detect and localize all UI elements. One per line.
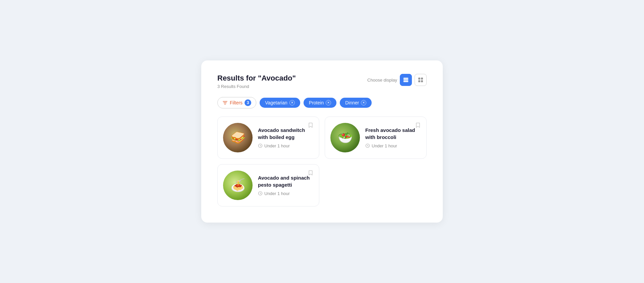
- tag-vegetarian[interactable]: Vagetarian ✕: [260, 98, 300, 108]
- filters-row: Filters 3 Vagetarian ✕ Protein ✕ Dinner …: [217, 97, 427, 108]
- filter-icon: [222, 100, 228, 105]
- card-content-pasta: Avocado and spinach pesto spagetti Under…: [258, 175, 314, 196]
- bookmark-icon-salad: [415, 122, 421, 128]
- svg-rect-1: [404, 80, 408, 81]
- bookmark-button-pasta[interactable]: [307, 169, 314, 178]
- recipe-image-pasta: [223, 171, 253, 200]
- recipe-image-sandwich: [223, 123, 253, 152]
- results-count: 3 Results Found: [217, 84, 296, 89]
- tag-protein-close[interactable]: ✕: [326, 100, 331, 105]
- recipe-card-sandwich[interactable]: Avocado sandwitch with boiled egg Under …: [217, 116, 319, 159]
- filters-label: Filters: [230, 100, 243, 105]
- tag-dinner[interactable]: Dinner ✕: [340, 98, 372, 108]
- choose-display-label: Choose display: [367, 78, 397, 83]
- card-time-pasta: Under 1 hour: [258, 191, 314, 196]
- header-row: Results for "Avocado" 3 Results Found Ch…: [217, 74, 427, 89]
- svg-rect-5: [418, 80, 420, 82]
- tag-dinner-close[interactable]: ✕: [361, 100, 366, 105]
- recipe-image-salad: [330, 123, 360, 152]
- card-time-salad: Under 1 hour: [365, 143, 421, 148]
- svg-rect-0: [404, 78, 408, 79]
- card-content-salad: Fresh avocado salad with broccoli Under …: [365, 127, 421, 148]
- filters-button[interactable]: Filters 3: [217, 97, 256, 108]
- filters-badge: 3: [245, 99, 251, 106]
- tag-dinner-label: Dinner: [345, 100, 359, 105]
- card-title-salad: Fresh avocado salad with broccoli: [365, 127, 421, 141]
- svg-rect-3: [418, 78, 420, 80]
- recipe-card-pasta[interactable]: Avocado and spinach pesto spagetti Under…: [217, 164, 319, 206]
- tag-vegetarian-label: Vagetarian: [265, 100, 287, 105]
- time-label-salad: Under 1 hour: [372, 143, 397, 148]
- clock-icon-sandwich: [258, 143, 263, 148]
- card-content-sandwich: Avocado sandwitch with boiled egg Under …: [258, 127, 314, 148]
- svg-rect-2: [404, 81, 408, 82]
- time-label-sandwich: Under 1 hour: [264, 143, 290, 148]
- tag-protein[interactable]: Protein ✕: [304, 98, 336, 108]
- bookmark-icon-pasta: [308, 170, 314, 176]
- recipe-card-salad[interactable]: Fresh avocado salad with broccoli Under …: [325, 116, 427, 159]
- card-title-pasta: Avocado and spinach pesto spagetti: [258, 175, 314, 188]
- clock-icon-salad: [365, 143, 370, 148]
- tag-protein-label: Protein: [309, 100, 324, 105]
- display-controls: Choose display: [367, 74, 427, 86]
- bookmark-button-salad[interactable]: [414, 122, 422, 130]
- clock-icon-pasta: [258, 191, 263, 196]
- tag-vegetarian-close[interactable]: ✕: [289, 100, 295, 105]
- cards-grid: Avocado sandwitch with boiled egg Under …: [217, 116, 427, 206]
- results-panel: Results for "Avocado" 3 Results Found Ch…: [201, 60, 443, 223]
- card-time-sandwich: Under 1 hour: [258, 143, 314, 148]
- grid-view-button[interactable]: [415, 74, 427, 86]
- svg-rect-4: [421, 78, 423, 80]
- bookmark-icon-sandwich: [308, 122, 314, 128]
- bookmark-button-sandwich[interactable]: [307, 122, 314, 130]
- title-block: Results for "Avocado" 3 Results Found: [217, 74, 296, 89]
- list-view-button[interactable]: [400, 74, 412, 86]
- results-title: Results for "Avocado": [217, 74, 296, 83]
- card-title-sandwich: Avocado sandwitch with boiled egg: [258, 127, 314, 141]
- svg-rect-6: [421, 80, 423, 82]
- time-label-pasta: Under 1 hour: [264, 191, 290, 196]
